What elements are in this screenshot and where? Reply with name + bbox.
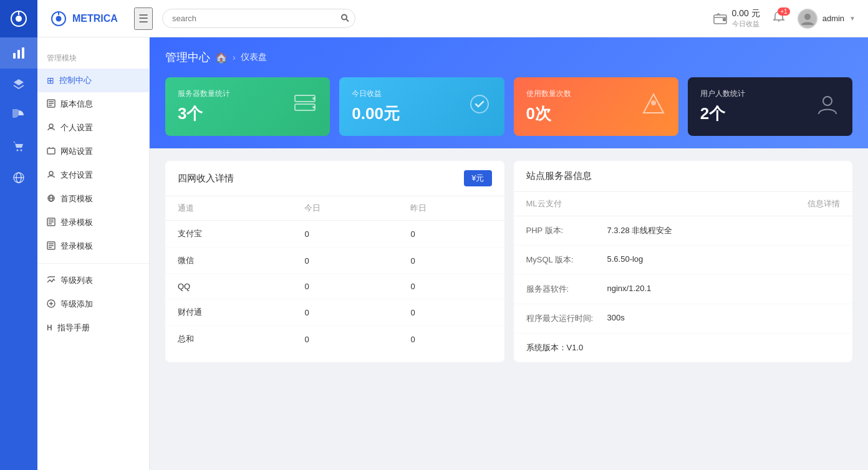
logo-area <box>0 0 37 37</box>
sidebar-label-personal: 个人设置 <box>60 122 93 133</box>
sidebar-label-payment: 支付设置 <box>60 170 93 181</box>
svg-rect-4 <box>17 50 20 59</box>
sidebar-item-control[interactable]: ⊞ 控制中心 <box>37 69 149 92</box>
svg-point-31 <box>49 171 53 175</box>
stat-users-value: 2个 <box>700 103 745 125</box>
sidebar-item-payment[interactable]: 支付设置 <box>37 163 149 187</box>
income-panel-title: 四网收入详情 <box>178 173 234 185</box>
stat-income-label: 今日收益 <box>352 89 400 99</box>
panels-row: 四网收入详情 ¥元 通道 今日 昨日 支付宝 0 <box>150 148 868 375</box>
table-row: 财付通 0 0 <box>165 299 504 326</box>
svg-point-8 <box>21 150 22 151</box>
icon-bar <box>0 0 37 470</box>
yesterday-cell: 0 <box>398 326 504 353</box>
server-col-headers: ML云支付 信息详情 <box>514 192 853 216</box>
svg-marker-6 <box>14 79 24 85</box>
home-icon: 🏠 <box>215 52 228 64</box>
yesterday-cell: 0 <box>398 247 504 274</box>
server-col2: 信息详情 <box>683 198 840 209</box>
sidebar: 管理模块 ⊞ 控制中心 版本信息 个人设置 网站 <box>37 37 150 470</box>
username: admin <box>822 14 844 23</box>
stat-servers-label: 服务器数量统计 <box>178 89 230 99</box>
user-info[interactable]: admin ▼ <box>798 9 856 29</box>
sidebar-item-website[interactable]: 网站设置 <box>37 140 149 163</box>
sidebar-item-level-add[interactable]: 等级添加 <box>37 292 149 316</box>
sidebar-label-login2: 登录模板 <box>60 241 93 252</box>
sidebar-label-website: 网站设置 <box>60 146 93 157</box>
channel-cell: 支付宝 <box>165 221 292 247</box>
hamburger-button[interactable]: ☰ <box>134 7 153 30</box>
server-info-label: PHP 版本: <box>526 225 607 236</box>
search-input[interactable] <box>162 9 355 28</box>
server-info-row: PHP 版本: 7.3.28 非线程安全 <box>514 216 853 246</box>
table-row: QQ 0 0 <box>165 274 504 299</box>
iconbar-cart[interactable] <box>0 131 37 162</box>
stat-card-usage: 使用数量次数 0次 <box>514 77 678 136</box>
svg-point-50 <box>471 95 488 113</box>
iconbar-analytics[interactable] <box>0 37 37 69</box>
svg-point-13 <box>56 16 62 21</box>
main-content: 管理中心 🏠 › 仪表盘 服务器数量统计 3个 <box>150 37 868 470</box>
sidebar-item-version[interactable]: 版本信息 <box>37 92 149 116</box>
notification-badge: +1 <box>778 7 789 16</box>
sidebar-label-level-list: 等级列表 <box>60 275 93 286</box>
sidebar-label-version: 版本信息 <box>60 98 93 110</box>
homepage-icon <box>47 194 55 204</box>
channel-cell: QQ <box>165 274 292 299</box>
col-yesterday: 昨日 <box>398 196 504 221</box>
sidebar-label-level-add: 等级添加 <box>60 299 93 310</box>
search-button[interactable] <box>340 13 349 24</box>
stat-servers-icon <box>292 92 317 122</box>
sidebar-item-homepage[interactable]: 首页模板 <box>37 187 149 211</box>
header-right: 0.00 元 今日收益 +1 adm <box>713 8 856 29</box>
sidebar-item-level-list[interactable]: 等级列表 <box>37 269 149 292</box>
breadcrumb: 管理中心 🏠 › 仪表盘 <box>165 50 852 65</box>
yesterday-cell: 0 <box>398 299 504 326</box>
svg-point-51 <box>651 100 656 105</box>
notification-button[interactable]: +1 <box>773 11 785 26</box>
app-name: METRICA <box>72 13 118 24</box>
sidebar-item-login1[interactable]: 登录模板 <box>37 211 149 234</box>
level-list-icon <box>47 276 55 286</box>
yesterday-cell: 0 <box>398 274 504 299</box>
stat-income-value: 0.00元 <box>352 103 400 125</box>
version-icon <box>47 99 55 110</box>
svg-point-1 <box>16 16 22 22</box>
breadcrumb-sep: › <box>233 52 236 62</box>
stat-usage-value: 0次 <box>526 103 571 125</box>
sidebar-label-control: 控制中心 <box>59 75 92 86</box>
server-col1: ML云支付 <box>526 198 683 209</box>
yesterday-cell: 0 <box>398 221 504 247</box>
stat-users-icon <box>815 92 840 122</box>
today-cell: 0 <box>292 247 398 274</box>
stat-usage-label: 使用数量次数 <box>526 89 571 99</box>
server-info-label: 服务器软件: <box>526 284 607 295</box>
header-logo: METRICA <box>50 10 125 27</box>
stat-users-label: 用户人数统计 <box>700 89 745 99</box>
iconbar-layers[interactable] <box>0 69 37 100</box>
iconbar-globe[interactable] <box>0 162 37 193</box>
svg-line-16 <box>347 19 349 22</box>
sidebar-item-login2[interactable]: 登录模板 <box>37 234 149 258</box>
server-info-value: 7.3.28 非线程安全 <box>607 225 673 236</box>
sidebar-item-personal[interactable]: 个人设置 <box>37 116 149 140</box>
income-panel: 四网收入详情 ¥元 通道 今日 昨日 支付宝 0 <box>165 161 504 362</box>
server-info-label: MySQL 版本: <box>526 254 607 266</box>
server-panel: 站点服务器信息 ML云支付 信息详情 PHP 版本: 7.3.28 非线程安全 … <box>514 161 853 362</box>
yuan-button[interactable]: ¥元 <box>464 170 491 186</box>
server-panel-title: 站点服务器信息 <box>526 170 592 182</box>
sidebar-item-guide[interactable]: H 指导手册 <box>37 316 149 340</box>
server-info-label: 程序最大运行时间: <box>526 313 607 324</box>
wallet-label: 今日收益 <box>732 19 760 29</box>
today-cell: 0 <box>292 274 398 299</box>
stat-servers-value: 3个 <box>178 103 230 125</box>
sidebar-label-login1: 登录模板 <box>60 217 93 228</box>
channel-cell: 财付通 <box>165 299 292 326</box>
personal-icon <box>47 123 55 133</box>
income-table: 通道 今日 昨日 支付宝 0 0 微信 0 0 QQ 0 0 财付通 <box>165 196 504 352</box>
stat-card-users: 用户人数统计 2个 <box>688 77 852 136</box>
breadcrumb-current: 仪表盘 <box>241 52 267 63</box>
iconbar-pie[interactable] <box>0 100 37 131</box>
svg-rect-3 <box>13 53 16 59</box>
svg-point-22 <box>804 14 811 20</box>
